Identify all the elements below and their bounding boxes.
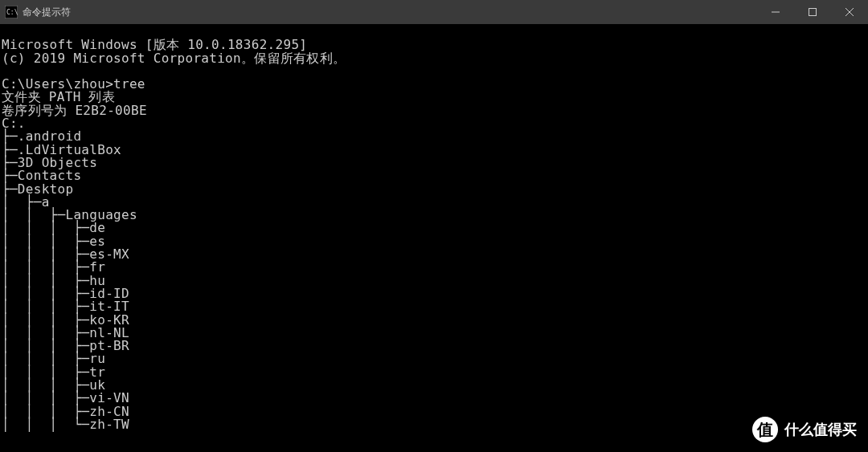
minimize-button[interactable] bbox=[757, 0, 794, 24]
window-titlebar: C:\ 命令提示符 bbox=[0, 0, 868, 24]
tree-line: │ │ │ └─zh-TW bbox=[2, 417, 129, 432]
svg-rect-3 bbox=[809, 9, 817, 16]
maximize-button[interactable] bbox=[794, 0, 831, 24]
terminal-content[interactable]: Microsoft Windows [版本 10.0.18362.295] (c… bbox=[0, 24, 868, 431]
close-button[interactable] bbox=[831, 0, 868, 24]
window-controls bbox=[757, 0, 868, 24]
cmd-icon: C:\ bbox=[5, 6, 18, 18]
watermark-text: 什么值得买 bbox=[784, 420, 857, 439]
watermark-badge-icon: 值 bbox=[752, 417, 778, 442]
terminal-line: (c) 2019 Microsoft Corporation。保留所有权利。 bbox=[2, 51, 346, 66]
watermark: 值 什么值得买 bbox=[752, 417, 857, 442]
window-title: 命令提示符 bbox=[23, 6, 757, 19]
svg-text:C:\: C:\ bbox=[6, 9, 18, 16]
